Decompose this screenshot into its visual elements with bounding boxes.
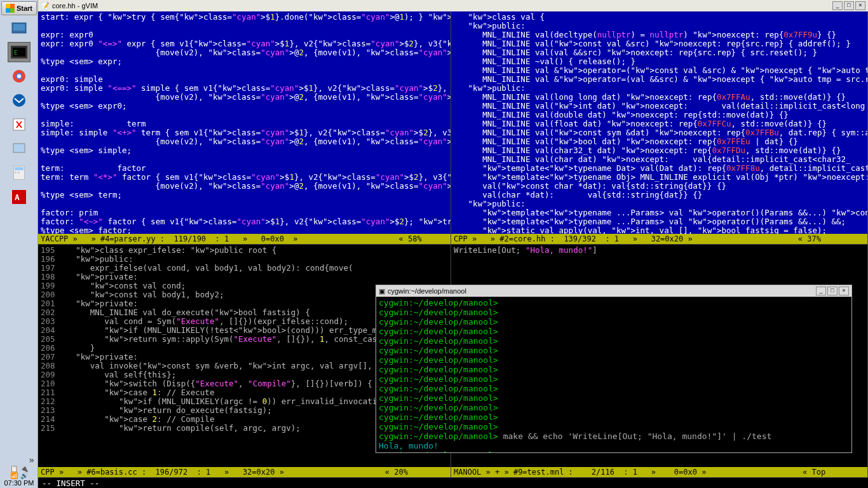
tray-icon-4[interactable]: 🔊 xyxy=(20,472,28,479)
svg-text:A: A xyxy=(15,193,20,202)
tray-expand-icon[interactable]: » xyxy=(29,455,34,465)
tray-icon-2[interactable]: 🔌 xyxy=(20,465,28,472)
svg-point-8 xyxy=(13,94,25,107)
taskbar-app-calc[interactable] xyxy=(8,163,31,183)
tray-icon-3[interactable]: 📶 xyxy=(10,472,18,479)
clock[interactable]: 07:30 PM xyxy=(4,479,34,487)
taskbar-app-5[interactable] xyxy=(8,114,31,135)
gvim-titlebar[interactable]: 📝 core.hh - gVIM _ □ × xyxy=(38,0,868,11)
status-test: MANOOL » + » #9=test.mnl : 2/116 : 1 » 0… xyxy=(451,467,867,477)
app-icon: 📝 xyxy=(41,2,50,10)
window-title: core.hh - gVIM xyxy=(52,2,832,10)
svg-point-7 xyxy=(17,74,21,78)
start-button[interactable]: Start xyxy=(1,1,37,15)
status-basis: CPP » » #6=basis.cc : 196/972 : 1 » 32=0… xyxy=(38,467,451,477)
status-core: CPP » » #2=core.hh : 139/392 : 1 » 32=0x… xyxy=(451,234,867,244)
terminal-icon: ▣ xyxy=(379,287,385,295)
pane-core-hh[interactable]: "kw">class val { "kw">public: MNL_INLINE… xyxy=(451,11,868,245)
svg-rect-12 xyxy=(15,167,24,170)
mode-line: -- INSERT -- xyxy=(38,478,868,488)
svg-rect-10 xyxy=(13,144,25,152)
cyg-close-button[interactable]: × xyxy=(839,287,849,295)
taskbar-app-acrobat[interactable]: A xyxy=(8,187,31,207)
svg-rect-13 xyxy=(15,172,17,173)
taskbar: E A xyxy=(0,0,38,488)
taskbar-app-1[interactable] xyxy=(8,18,31,38)
cyg-minimize-button[interactable]: _ xyxy=(816,287,826,295)
svg-text:E: E xyxy=(14,50,17,56)
windows-flag-icon xyxy=(6,4,15,13)
maximize-button[interactable]: □ xyxy=(844,1,854,10)
cygwin-title: cygwin:~/develop/manool xyxy=(388,287,816,295)
minimize-button[interactable]: _ xyxy=(832,1,843,10)
taskbar-app-6[interactable] xyxy=(8,139,31,159)
svg-rect-14 xyxy=(18,172,20,173)
taskbar-app-gvim[interactable]: E xyxy=(8,42,31,62)
cygwin-titlebar[interactable]: ▣ cygwin:~/develop/manool _ □ × xyxy=(376,285,851,297)
cyg-maximize-button[interactable]: □ xyxy=(827,287,837,295)
close-button[interactable]: × xyxy=(855,1,865,10)
svg-rect-1 xyxy=(13,24,25,30)
tray-icon-1[interactable]: 📋 xyxy=(10,465,18,472)
system-tray: » 📋 🔌 📶 🔊 07:30 PM xyxy=(0,437,38,488)
taskbar-app-thunderbird[interactable] xyxy=(8,90,31,111)
cygwin-window[interactable]: ▣ cygwin:~/develop/manool _ □ × cygwin:~… xyxy=(376,285,852,453)
terminal-body[interactable]: cygwin:~/develop/manool> cygwin:~/develo… xyxy=(376,297,851,452)
taskbar-app-chrome[interactable] xyxy=(8,66,31,86)
status-parser: YACCPP » » #4=parser.yy : 119/190 : 1 » … xyxy=(38,234,451,244)
pane-parser-yy[interactable]: start: expr { "kw">try { sem{"kw">class=… xyxy=(38,11,451,245)
